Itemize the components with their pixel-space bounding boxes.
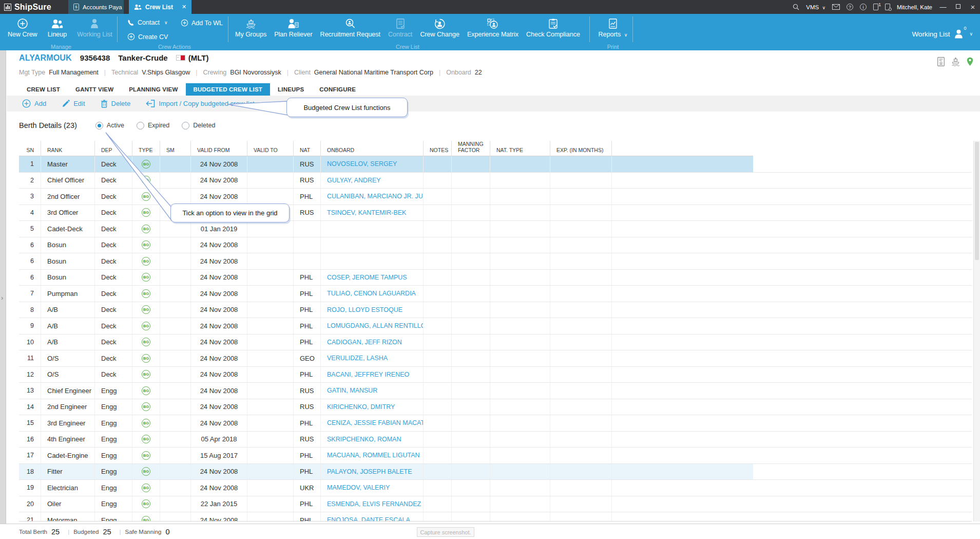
minimize-button[interactable]: — <box>939 3 947 11</box>
crew-name-link[interactable]: VERULIDZE, LASHA <box>327 355 388 362</box>
filter-radio-expired[interactable]: Expired <box>137 122 169 129</box>
messages-icon[interactable] <box>832 4 840 10</box>
table-row[interactable]: 153rd EngineerEnggBG24 Nov 2008PHLCENIZA… <box>19 415 972 432</box>
crew-name-link[interactable]: CADIOGAN, JEFF RIZON <box>327 339 402 346</box>
location-pin-icon[interactable] <box>967 57 973 66</box>
tab-accounts-payable[interactable]: $ Accounts Paya <box>68 0 124 14</box>
recruitment-request-button[interactable]: Recruitment Request <box>320 14 380 38</box>
crew-name-link[interactable]: TSINOEV, KANTEMIR-BEK <box>327 209 406 216</box>
table-row[interactable]: 43rd OfficerDeckBG24 Nov 2008RUSTSINOEV,… <box>19 205 972 221</box>
vms-menu[interactable]: VMS ∨ <box>806 4 825 10</box>
table-row[interactable]: 18FitterEnggBG24 Nov 2008PHLPALAYON, JOS… <box>19 464 972 480</box>
view-tab-lineups[interactable]: LINEUPS <box>270 83 312 96</box>
vertical-scrollbar[interactable] <box>973 141 980 522</box>
crew-name-link[interactable]: GATIN, MANSUR <box>327 387 377 394</box>
view-tab-crew-list[interactable]: CREW LIST <box>19 83 68 96</box>
view-tab-budgeted-crew-list[interactable]: BUDGETED CREW LIST <box>186 83 271 96</box>
lineup-button[interactable]: Lineup <box>48 14 67 38</box>
filter-radio-deleted[interactable]: Deleted <box>182 122 215 129</box>
expand-panel-chevron-icon[interactable]: › <box>1 294 3 302</box>
my-groups-button[interactable]: My Groups <box>235 14 266 38</box>
radio-icon[interactable] <box>182 122 189 129</box>
table-row[interactable]: 6BosunDeckBG24 Nov 2008 <box>19 237 972 254</box>
col-header-exp[interactable]: EXP. (IN MONTHS) <box>550 141 612 156</box>
col-header-nat[interactable]: NAT <box>294 141 321 156</box>
notifications-icon[interactable] <box>885 4 890 10</box>
crew-name-link[interactable]: CENIZA, JESSIE FABIAN MACAT... <box>327 419 424 426</box>
crew-name-link[interactable]: SKRIPCHENKO, ROMAN <box>327 436 401 443</box>
add-button[interactable]: Add <box>22 99 46 108</box>
info-icon[interactable]: i <box>860 4 867 10</box>
col-header-onboard[interactable]: ONBOARD <box>321 141 424 156</box>
import-copy-button[interactable]: Import / Copy budgeted crew list <box>146 100 254 107</box>
table-row[interactable]: 6BosunDeckBG24 Nov 2008PHLCOSEP, JEROME … <box>19 270 972 286</box>
col-header-valid_from[interactable]: VALID FROM <box>191 141 247 156</box>
crew-name-link[interactable]: CULANIBAN, MARCIANO JR. JU... <box>327 193 424 200</box>
table-row[interactable]: 11O/SDeckBG24 Nov 2008GEOVERULIDZE, LASH… <box>19 350 972 367</box>
certificate-icon[interactable] <box>937 57 945 66</box>
col-header-nat_type[interactable]: NAT. TYPE <box>490 141 550 156</box>
col-header-dep[interactable]: DEP <box>95 141 132 156</box>
table-row[interactable]: 164th EngineerEnggBG05 Apr 2018RUSSKRIPC… <box>19 432 972 448</box>
contact-button[interactable]: Contact ∨ <box>127 19 168 26</box>
table-row[interactable]: 17Cadet-EngineEnggBG15 Aug 2017PHLMACUAN… <box>19 448 972 464</box>
radio-icon[interactable] <box>95 122 103 129</box>
radio-icon[interactable] <box>137 122 144 129</box>
search-icon[interactable] <box>793 4 799 10</box>
documents-icon[interactable]: 1 <box>873 4 878 10</box>
close-tab-icon[interactable]: ✕ <box>182 4 186 10</box>
crew-name-link[interactable]: KIRICHENKO, DMITRY <box>327 403 395 411</box>
edit-button[interactable]: Edit <box>62 100 85 108</box>
table-row[interactable]: 1MasterDeckBG24 Nov 2008RUSNOVOSELOV, SE… <box>19 156 972 173</box>
check-compliance-button[interactable]: Check Compliance <box>526 14 580 38</box>
crew-name-link[interactable]: GULYAY, ANDREY <box>327 177 381 184</box>
table-row[interactable]: 142nd EngineerEnggBG24 Nov 2008RUSKIRICH… <box>19 399 972 416</box>
scrollbar-thumb[interactable] <box>975 142 979 260</box>
ship-icon[interactable] <box>951 57 960 66</box>
new-crew-button[interactable]: New Crew <box>8 14 37 38</box>
working-list-dropdown[interactable]: Working List 0 ∨ <box>912 29 973 39</box>
table-row[interactable]: 10A/BDeckBG24 Nov 2008PHLCADIOGAN, JEFF … <box>19 334 972 351</box>
table-row[interactable]: 5Cadet-DeckDeckBG01 Jan 2019 <box>19 221 972 237</box>
table-row[interactable]: 19ElectricianEnggBG24 Nov 2008UKRMAMEDOV… <box>19 480 972 496</box>
vessel-name[interactable]: ALYARMOUK <box>19 53 72 63</box>
table-row[interactable]: 2Chief OfficerDeckBG24 Nov 2008RUSGULYAY… <box>19 173 972 189</box>
create-cv-button[interactable]: Create CV <box>127 33 168 41</box>
crew-name-link[interactable]: LOMUGDANG, ALLAN RENTILLO <box>327 322 424 329</box>
crew-change-button[interactable]: Crew Change <box>420 14 459 38</box>
crew-name-link[interactable]: MACUANA, ROMMEL LIGUTAN <box>327 452 420 459</box>
restore-button[interactable] <box>954 4 962 10</box>
crew-name-link[interactable]: MAMEDOV, VALERIY <box>327 484 390 491</box>
view-tab-planning-view[interactable]: PLANNING VIEW <box>121 83 185 96</box>
crew-name-link[interactable]: ENOJOSA, DANTE ESCALA <box>327 516 410 522</box>
plan-reliever-button[interactable]: Plan Reliever <box>274 14 312 38</box>
col-header-manning_factor[interactable]: MANNING FACTOR <box>452 141 490 156</box>
user-name[interactable]: Mitchell, Kate <box>897 4 932 10</box>
table-row[interactable]: 6BosunDeckBG24 Nov 2008 <box>19 253 972 270</box>
tab-crew-list[interactable]: Crew List ✕ <box>129 0 191 14</box>
crew-name-link[interactable]: PALAYON, JOSEPH BALETE <box>327 468 412 475</box>
crew-name-link[interactable]: COSEP, JEROME TAMPUS <box>327 274 407 281</box>
table-row[interactable]: 32nd OfficerDeckBG24 Nov 2008PHLCULANIBA… <box>19 189 972 205</box>
filter-radio-active[interactable]: Active <box>95 122 124 129</box>
add-to-wl-button[interactable]: Add To WL <box>181 19 223 27</box>
crew-name-link[interactable]: TULIAO, CENON LAGUARDIA <box>327 290 416 297</box>
close-button[interactable]: × <box>969 3 977 11</box>
table-row[interactable]: 12O/SDeckBG24 Nov 2008PHLBACANI, JEFFREY… <box>19 367 972 383</box>
table-row[interactable]: 7PumpmanDeckBG24 Nov 2008PHLTULIAO, CENO… <box>19 286 972 302</box>
view-tab-gantt-view[interactable]: GANTT VIEW <box>68 83 121 96</box>
col-header-sm[interactable]: SM <box>160 141 191 156</box>
collapsed-side-panel[interactable]: › <box>0 50 6 524</box>
crew-name-link[interactable]: ROJO, LLOYD ESTOQUE <box>327 306 402 313</box>
col-header-type[interactable]: TYPE <box>132 141 160 156</box>
table-row[interactable]: 9A/BDeckBG24 Nov 2008PHLLOMUGDANG, ALLAN… <box>19 318 972 334</box>
table-row[interactable]: 20OilerEnggBG22 Jan 2015PHLESMENDA, ELVI… <box>19 496 972 513</box>
col-header-valid_to[interactable]: VALID TO <box>247 141 294 156</box>
capture-screenshot-button[interactable]: Capture screenshot. <box>417 527 474 537</box>
table-row[interactable]: 13Chief EngineerEnggBG24 Nov 2008RUSGATI… <box>19 383 972 399</box>
help-icon[interactable]: ? <box>847 4 853 10</box>
crew-name-link[interactable]: NOVOSELOV, SERGEY <box>327 160 397 168</box>
crew-name-link[interactable]: BACANI, JEFFREY IRENEO <box>327 371 409 378</box>
col-header-rank[interactable]: RANK <box>41 141 95 156</box>
delete-button[interactable]: Delete <box>101 100 131 108</box>
